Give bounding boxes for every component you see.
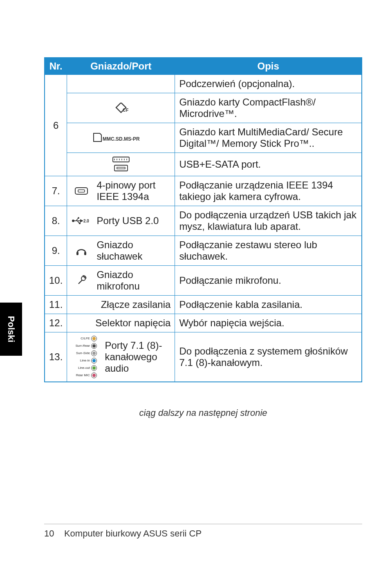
cell-nr-13: 13. xyxy=(45,332,67,382)
svg-rect-18 xyxy=(79,222,81,224)
cell-port-8: 2.0 Porty USB 2.0 xyxy=(67,206,175,236)
row-6-ir: 6 Podczerwień (opcjonalna). xyxy=(45,75,362,93)
audio-ports-icon: C/LFESurr-RearSurr-SideLine-inLine-outRe… xyxy=(71,336,100,378)
audio-port-row: Surr-Rear xyxy=(74,343,97,349)
svg-text:CF: CF xyxy=(123,108,128,112)
page-number: 10 xyxy=(44,528,54,539)
cell-desc-13: Do podłączenia z systemem głośników 7.1 … xyxy=(175,332,362,382)
cell-nr-9: 9. xyxy=(45,236,67,266)
headphones-icon xyxy=(71,245,92,256)
row-9: 9. Gniazdo słuchawek Podłączanie xyxy=(45,236,362,266)
esata-icon xyxy=(109,156,133,173)
cell-port-9: Gniazdo słuchawek xyxy=(67,236,175,266)
cell-desc-8: Do podłączenia urządzeń USB takich jak m… xyxy=(175,206,362,236)
th-desc: Opis xyxy=(175,58,362,75)
audio-port-label: Surr-Rear xyxy=(74,344,90,348)
continuation-note: ciąg dalszy na następnej stronie xyxy=(44,408,362,418)
cf-icon: CF xyxy=(111,103,131,114)
cell-desc-11: Podłączenie kabla zasilania. xyxy=(175,296,362,314)
label-11: Złącze zasilania xyxy=(101,299,171,310)
row-7: 7. 4-pinowy port IEEE 1394a Podłączanie … xyxy=(45,176,362,206)
cell-nr-6: 6 xyxy=(45,75,67,176)
mmc-icon: MMC.SD.MS-PR xyxy=(92,132,150,144)
label-9: Gniazdo słuchawek xyxy=(96,239,170,262)
page-footer: 10 Komputer biurkowy ASUS serii CP xyxy=(44,524,362,539)
svg-point-16 xyxy=(78,217,79,219)
cell-port-11: Złącze zasilania xyxy=(67,296,175,314)
row-11: 11. Złącze zasilania Podłączenie kabla z… xyxy=(45,296,362,314)
cell-desc-7: Podłączanie urządzenia IEEE 1394 takiego… xyxy=(175,176,362,206)
th-port: Gniazdo/Port xyxy=(67,58,175,75)
audio-port-row: C/LFE xyxy=(74,336,97,341)
cell-port-12: Selektor napięcia xyxy=(67,314,175,332)
audio-port-jack xyxy=(91,343,97,349)
audio-port-label: Rear MIC xyxy=(74,374,90,377)
row-10: 10. Gniazdo mikrofonu xyxy=(45,266,362,296)
cell-port-esata xyxy=(67,153,175,176)
audio-port-row: Line-out xyxy=(74,365,97,371)
audio-port-jack xyxy=(91,365,97,371)
audio-port-label: C/LFE xyxy=(74,337,90,341)
svg-marker-19 xyxy=(80,219,83,222)
label-13: Porty 7.1 (8)-kanałowego audio xyxy=(105,340,170,374)
cell-nr-11: 11. xyxy=(45,296,67,314)
cell-port-10: Gniazdo mikrofonu xyxy=(67,266,175,296)
audio-port-row: Rear MIC xyxy=(74,373,97,378)
audio-port-jack xyxy=(91,373,97,378)
audio-port-jack xyxy=(91,358,97,364)
ieee1394-icon xyxy=(71,186,92,196)
microphone-icon xyxy=(71,275,92,286)
svg-rect-11 xyxy=(75,188,87,194)
label-7: 4-pinowy port IEEE 1394a xyxy=(96,180,170,202)
footer-title: Komputer biurkowy ASUS serii CP xyxy=(64,528,202,539)
cell-desc-9: Podłączanie zestawu stereo lub słuchawek… xyxy=(175,236,362,266)
row-8: 8. 2.0 xyxy=(45,206,362,236)
label-12: Selektor napięcia xyxy=(95,317,170,328)
svg-rect-12 xyxy=(78,190,85,192)
cell-port-13: C/LFESurr-RearSurr-SideLine-inLine-outRe… xyxy=(67,332,175,382)
cell-desc-10: Podłączanie mikrofonu. xyxy=(175,266,362,296)
svg-rect-9 xyxy=(114,165,128,171)
row-6-cf: CF Gniazdo karty CompactFlash®/ Microdri… xyxy=(45,93,362,123)
audio-port-row: Surr-Side xyxy=(74,350,97,356)
label-10: Gniazdo mikrofonu xyxy=(96,269,170,292)
cell-desc-ir: Podczerwień (opcjonalna). xyxy=(175,75,362,93)
cell-port-cf: CF xyxy=(67,93,175,123)
audio-port-label: Line-out xyxy=(74,366,90,370)
row-13: 13. C/LFESurr-RearSurr-SideLine-inLine-o… xyxy=(45,332,362,382)
svg-rect-10 xyxy=(117,167,125,169)
cell-nr-7: 7. xyxy=(45,176,67,206)
svg-text:MMC.SD.MS-PR: MMC.SD.MS-PR xyxy=(103,136,140,142)
usb-icon: 2.0 xyxy=(71,217,92,225)
svg-line-24 xyxy=(78,280,82,284)
cell-port-7: 4-pinowy port IEEE 1394a xyxy=(67,176,175,206)
language-label: Polski xyxy=(6,316,16,343)
cell-desc-12: Wybór napięcia wejścia. xyxy=(175,314,362,332)
audio-port-row: Line-in xyxy=(74,358,97,364)
cell-desc-esata: USB+E-SATA port. xyxy=(175,153,362,176)
cell-nr-10: 10. xyxy=(45,266,67,296)
label-8: Porty USB 2.0 xyxy=(96,215,170,227)
row-6-esata: USB+E-SATA port. xyxy=(45,153,362,176)
cell-nr-12: 12. xyxy=(45,314,67,332)
ports-table: Nr. Gniazdo/Port Opis 6 Podczerwień (opc… xyxy=(44,57,362,382)
svg-rect-21 xyxy=(76,252,78,255)
audio-port-jack xyxy=(91,350,97,356)
svg-text:2.0: 2.0 xyxy=(83,219,89,223)
cell-desc-cf: Gniazdo karty CompactFlash®/ Microdrive™… xyxy=(175,93,362,123)
cell-port-ir xyxy=(67,75,175,93)
svg-rect-22 xyxy=(84,252,86,255)
cell-desc-mmc: Gniazdo kart MultiMediaCard/ Secure Digi… xyxy=(175,123,362,153)
cell-nr-8: 8. xyxy=(45,206,67,236)
page-content: Nr. Gniazdo/Port Opis 6 Podczerwień (opc… xyxy=(44,57,362,418)
cell-port-mmc: MMC.SD.MS-PR xyxy=(67,123,175,153)
svg-line-15 xyxy=(76,218,78,221)
audio-port-label: Line-in xyxy=(74,359,90,363)
row-12: 12. Selektor napięcia Wybór napięcia wej… xyxy=(45,314,362,332)
row-6-mmc: MMC.SD.MS-PR Gniazdo kart MultiMediaCard… xyxy=(45,123,362,153)
audio-port-label: Surr-Side xyxy=(74,352,90,355)
audio-port-jack xyxy=(91,336,97,341)
th-nr: Nr. xyxy=(45,58,67,75)
language-tab: Polski xyxy=(0,303,22,356)
